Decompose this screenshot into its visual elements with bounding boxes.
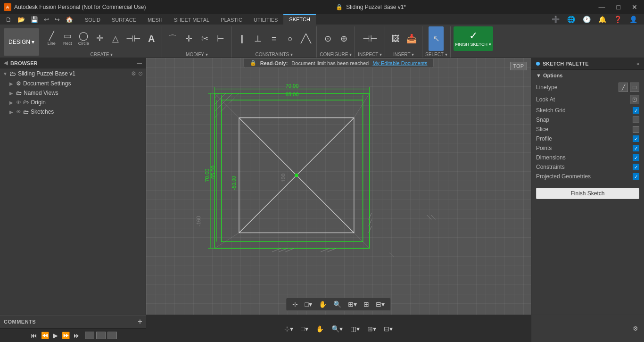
- home-button[interactable]: 🏠: [64, 15, 75, 24]
- grid3-btn[interactable]: ⊟▾: [381, 324, 395, 334]
- pan-btn[interactable]: ✋: [316, 300, 329, 309]
- select-button[interactable]: ↖: [429, 26, 444, 51]
- inspect-label: INSPECT ▾: [358, 52, 382, 58]
- snap-btn[interactable]: ⊹: [290, 300, 300, 309]
- add-icon-button[interactable]: ➕: [550, 15, 561, 24]
- play-last-btn[interactable]: ⏭: [73, 331, 81, 340]
- tab-sheet-metal[interactable]: SHEET METAL: [168, 14, 215, 25]
- open-button[interactable]: 📂: [16, 15, 27, 24]
- trim-button[interactable]: ✂: [197, 26, 212, 51]
- finish-sketch-ribbon-button[interactable]: ✓ FINISH SKETCH ▾: [454, 26, 493, 51]
- tab-surface[interactable]: SURFACE: [106, 14, 142, 25]
- design-button[interactable]: DESIGN ▾: [4, 28, 39, 56]
- constraint4-button[interactable]: ○: [282, 26, 297, 51]
- new-button[interactable]: 🗋: [4, 15, 14, 24]
- origin-eye-icon[interactable]: 👁: [16, 100, 21, 105]
- play-prev-btn[interactable]: ⏪: [40, 331, 50, 340]
- tab-plastic[interactable]: PLASTIC: [215, 14, 248, 25]
- play-next-btn[interactable]: ⏩: [61, 331, 71, 340]
- insert2-button[interactable]: 📥: [404, 26, 419, 51]
- timeline-marker-icon[interactable]: [85, 332, 94, 339]
- linetype-dash-icon[interactable]: □: [630, 83, 639, 92]
- constraint1-button[interactable]: ∥: [234, 26, 249, 51]
- pan-status-btn[interactable]: ✋: [314, 324, 326, 334]
- user-icon-button[interactable]: 👤: [627, 15, 639, 24]
- sketchgrid-checkbox[interactable]: [633, 107, 639, 114]
- bell-icon-button[interactable]: 🔔: [596, 15, 608, 24]
- constraint3-button[interactable]: =: [266, 26, 281, 51]
- configure1-button[interactable]: ⊙: [320, 26, 335, 51]
- grid2-btn[interactable]: ⊞▾: [365, 324, 379, 334]
- profile-checkbox[interactable]: [633, 135, 639, 142]
- cross-tool-button[interactable]: ✛: [92, 26, 107, 51]
- slice-checkbox[interactable]: [633, 126, 639, 133]
- finish-sketch-palette-button[interactable]: Finish Sketch: [536, 188, 639, 199]
- settings-gear-button[interactable]: ⚙: [631, 324, 640, 333]
- play-first-btn[interactable]: ⏮: [30, 331, 38, 340]
- dim-tool-button[interactable]: ⊣⊢: [124, 26, 143, 51]
- snap-checkbox[interactable]: [633, 117, 639, 123]
- root-more-icon[interactable]: ⊙: [138, 70, 143, 77]
- fit-status-btn[interactable]: ◫▾: [348, 324, 362, 334]
- constraint2-button[interactable]: ⊥: [250, 26, 265, 51]
- fillet-button[interactable]: ⌒: [165, 26, 180, 51]
- dim-icon: ⊣⊢: [126, 34, 141, 43]
- redo-button[interactable]: ↪: [53, 15, 62, 24]
- move-button[interactable]: ✛: [181, 26, 196, 51]
- tri-tool-button[interactable]: △: [108, 26, 123, 51]
- projected-checkbox[interactable]: [633, 173, 639, 180]
- grid-display-btn[interactable]: ⊞: [361, 300, 372, 309]
- line-tool-button[interactable]: ╱Line: [44, 26, 59, 51]
- insert1-button[interactable]: 🖼: [388, 26, 403, 51]
- close-button[interactable]: ✕: [629, 2, 640, 12]
- help-icon-button[interactable]: ❓: [612, 15, 624, 24]
- editable-docs-link[interactable]: My Editable Documents: [372, 60, 427, 66]
- linetype-solid-icon[interactable]: ╱: [619, 83, 628, 92]
- tab-mesh[interactable]: MESH: [142, 14, 168, 25]
- sidebar-collapse-icon[interactable]: ◀: [4, 60, 8, 66]
- clock-icon-button[interactable]: 🕐: [581, 15, 593, 24]
- add-comment-icon[interactable]: +: [138, 317, 142, 326]
- text-tool-button[interactable]: A: [144, 26, 159, 51]
- zoom-btn[interactable]: 🔍: [331, 300, 344, 309]
- save-button[interactable]: 💾: [29, 15, 40, 24]
- palette-row-slice: Slice: [536, 125, 639, 134]
- timeline-icon3[interactable]: [107, 332, 117, 339]
- constraint5-button[interactable]: ╱╲: [298, 26, 314, 51]
- zoom-status-btn[interactable]: 🔍▾: [329, 324, 345, 334]
- fit-btn[interactable]: ⊞▾: [346, 300, 359, 309]
- display-settings-btn[interactable]: □▾: [302, 300, 314, 309]
- tab-utilities[interactable]: UTILITIES: [248, 14, 283, 25]
- minimize-button[interactable]: —: [596, 2, 608, 12]
- inspect1-button[interactable]: ⊣⊢: [361, 26, 380, 51]
- palette-expand-icon[interactable]: »: [636, 61, 639, 67]
- sidebar-item-named-views[interactable]: ▶ 🗁 Named Views: [0, 88, 146, 98]
- circle-tool-button[interactable]: ◯Circle: [76, 26, 91, 51]
- sidebar-item-root[interactable]: ▼ 🗁 Sliding Puzzel Base v1 ⚙ ⊙: [0, 68, 146, 79]
- root-settings-icon[interactable]: ⚙: [131, 70, 136, 77]
- display2-btn[interactable]: □▾: [298, 324, 310, 334]
- sketches-eye-icon[interactable]: 👁: [16, 109, 21, 115]
- canvas-area[interactable]: 🔒 Read-Only: Document limit has been rea…: [146, 58, 531, 315]
- points-checkbox[interactable]: [633, 145, 639, 151]
- rect-tool-button[interactable]: ▭Rect: [60, 26, 75, 51]
- sidebar-item-doc-settings[interactable]: ▶ ⚙ Document Settings: [0, 79, 146, 88]
- configure2-button[interactable]: ⊕: [336, 26, 351, 51]
- dimensions-checkbox[interactable]: [633, 154, 639, 161]
- sidebar-item-origin[interactable]: ▶ 👁 🗁 Origin: [0, 98, 146, 107]
- play-btn[interactable]: ▶: [52, 331, 59, 340]
- tab-solid[interactable]: SOLID: [79, 14, 106, 25]
- grid-settings-btn[interactable]: ⊟▾: [373, 300, 387, 309]
- tab-sketch[interactable]: SKETCH: [283, 14, 316, 25]
- lookat-icon[interactable]: ⊡: [630, 95, 639, 104]
- timeline-icon2[interactable]: [96, 332, 106, 339]
- sidebar-add-icon[interactable]: —: [137, 60, 142, 66]
- sidebar-item-sketches[interactable]: ▶ 👁 🗁 Sketches: [0, 107, 146, 117]
- constraints-checkbox[interactable]: [633, 164, 639, 170]
- maximize-button[interactable]: □: [614, 2, 623, 12]
- undo-button[interactable]: ↩: [42, 15, 51, 24]
- palette-options-title[interactable]: ▼ Options: [536, 73, 639, 78]
- extend-button[interactable]: ⊢: [213, 26, 228, 51]
- snap-status-btn[interactable]: ⊹▾: [282, 324, 296, 334]
- globe-icon-button[interactable]: 🌐: [565, 15, 577, 24]
